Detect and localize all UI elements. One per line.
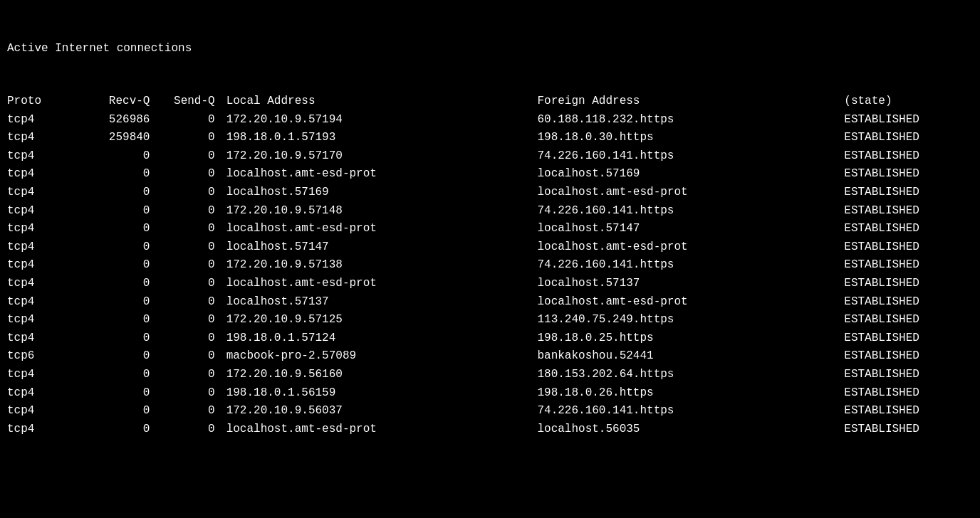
cell-state: ESTABLISHED: [844, 147, 973, 166]
table-row: tcp400localhost.amt-esd-protlocalhost.56…: [7, 421, 973, 439]
cell-local: 172.20.10.9.57170: [221, 147, 538, 166]
col-header-local: Local Address: [221, 92, 538, 111]
cell-state: ESTABLISHED: [844, 111, 973, 130]
cell-proto: tcp4: [7, 184, 66, 202]
cell-sendq: 0: [155, 202, 220, 221]
cell-sendq: 0: [155, 329, 220, 348]
cell-foreign: localhost.57147: [537, 220, 844, 238]
cell-local: localhost.57169: [221, 184, 538, 202]
table-row: tcp400localhost.amt-esd-protlocalhost.57…: [7, 275, 973, 293]
cell-sendq: 0: [155, 111, 220, 130]
table-row: tcp400198.18.0.1.56159198.18.0.26.httpsE…: [7, 384, 973, 403]
cell-sendq: 0: [155, 147, 220, 166]
cell-recvq: 0: [66, 311, 155, 329]
cell-state: ESTABLISHED: [844, 347, 973, 366]
cell-sendq: 0: [155, 129, 220, 147]
cell-state: ESTABLISHED: [844, 293, 973, 312]
table-row: tcp400localhost.amt-esd-protlocalhost.57…: [7, 165, 973, 184]
cell-foreign: localhost.amt-esd-prot: [537, 238, 844, 257]
cell-proto: tcp4: [7, 384, 66, 403]
cell-state: ESTABLISHED: [844, 202, 973, 221]
cell-sendq: 0: [155, 347, 220, 366]
cell-state: ESTABLISHED: [844, 275, 973, 293]
cell-recvq: 0: [66, 165, 155, 184]
cell-state: ESTABLISHED: [844, 129, 973, 147]
cell-foreign: 113.240.75.249.https: [537, 311, 844, 329]
cell-recvq: 0: [66, 366, 155, 384]
cell-proto: tcp4: [7, 366, 66, 384]
cell-local: 198.18.0.1.57124: [221, 329, 538, 348]
cell-proto: tcp4: [7, 256, 66, 275]
cell-foreign: 74.226.160.141.https: [537, 202, 844, 221]
cell-recvq: 0: [66, 329, 155, 348]
cell-foreign: 198.18.0.30.https: [537, 129, 844, 147]
table-row: tcp45269860172.20.10.9.5719460.188.118.2…: [7, 111, 973, 130]
cell-local: 198.18.0.1.56159: [221, 384, 538, 403]
cell-foreign: 74.226.160.141.https: [537, 256, 844, 275]
cell-proto: tcp4: [7, 147, 66, 166]
cell-foreign: localhost.amt-esd-prot: [537, 184, 844, 202]
table-row: tcp400172.20.10.9.57125113.240.75.249.ht…: [7, 311, 973, 329]
cell-local: 172.20.10.9.57148: [221, 202, 538, 221]
cell-local: localhost.amt-esd-prot: [221, 421, 538, 439]
cell-recvq: 0: [66, 238, 155, 257]
cell-local: localhost.amt-esd-prot: [221, 220, 538, 238]
cell-sendq: 0: [155, 293, 220, 312]
col-header-foreign: Foreign Address: [537, 92, 844, 111]
cell-proto: tcp4: [7, 402, 66, 421]
cell-local: localhost.amt-esd-prot: [221, 275, 538, 293]
cell-local: localhost.57137: [221, 293, 538, 312]
cell-state: ESTABLISHED: [844, 220, 973, 238]
cell-recvq: 0: [66, 220, 155, 238]
cell-recvq: 0: [66, 293, 155, 312]
cell-recvq: 0: [66, 347, 155, 366]
cell-state: ESTABLISHED: [844, 311, 973, 329]
table-row: tcp400172.20.10.9.56160180.153.202.64.ht…: [7, 366, 973, 384]
cell-foreign: 180.153.202.64.https: [537, 366, 844, 384]
cell-recvq: 259840: [66, 129, 155, 147]
cell-sendq: 0: [155, 165, 220, 184]
table-row: tcp400172.20.10.9.5603774.226.160.141.ht…: [7, 402, 973, 421]
cell-proto: tcp4: [7, 220, 66, 238]
cell-local: 172.20.10.9.56160: [221, 366, 538, 384]
cell-sendq: 0: [155, 384, 220, 403]
table-row: tcp400172.20.10.9.5713874.226.160.141.ht…: [7, 256, 973, 275]
cell-foreign: localhost.amt-esd-prot: [537, 293, 844, 312]
col-header-recvq: Recv-Q: [66, 92, 155, 111]
cell-sendq: 0: [155, 311, 220, 329]
cell-foreign: bankakoshou.52441: [537, 347, 844, 366]
cell-proto: tcp4: [7, 329, 66, 348]
cell-foreign: 60.188.118.232.https: [537, 111, 844, 130]
cell-local: macbook-pro-2.57089: [221, 347, 538, 366]
cell-proto: tcp4: [7, 275, 66, 293]
col-header-sendq: Send-Q: [155, 92, 220, 111]
cell-local: localhost.57147: [221, 238, 538, 257]
cell-proto: tcp4: [7, 311, 66, 329]
cell-recvq: 0: [66, 202, 155, 221]
cell-state: ESTABLISHED: [844, 402, 973, 421]
table-row: tcp400localhost.amt-esd-protlocalhost.57…: [7, 220, 973, 238]
cell-state: ESTABLISHED: [844, 238, 973, 257]
table-row: tcp400localhost.57169localhost.amt-esd-p…: [7, 184, 973, 202]
cell-recvq: 0: [66, 402, 155, 421]
cell-sendq: 0: [155, 366, 220, 384]
table-header-row: Proto Recv-Q Send-Q Local Address Foreig…: [7, 92, 973, 111]
cell-recvq: 0: [66, 421, 155, 439]
cell-local: 172.20.10.9.56037: [221, 402, 538, 421]
cell-sendq: 0: [155, 421, 220, 439]
cell-sendq: 0: [155, 220, 220, 238]
cell-proto: tcp4: [7, 421, 66, 439]
col-header-state: (state): [844, 92, 973, 111]
cell-state: ESTABLISHED: [844, 256, 973, 275]
cell-proto: tcp4: [7, 238, 66, 257]
cell-state: ESTABLISHED: [844, 165, 973, 184]
cell-local: 172.20.10.9.57138: [221, 256, 538, 275]
cell-foreign: localhost.56035: [537, 421, 844, 439]
cell-state: ESTABLISHED: [844, 421, 973, 439]
cell-proto: tcp4: [7, 202, 66, 221]
table-row: tcp42598400198.18.0.1.57193198.18.0.30.h…: [7, 129, 973, 147]
table-row: tcp400localhost.57137localhost.amt-esd-p…: [7, 293, 973, 312]
cell-proto: tcp4: [7, 165, 66, 184]
table-row: tcp400172.20.10.9.5714874.226.160.141.ht…: [7, 202, 973, 221]
cell-state: ESTABLISHED: [844, 329, 973, 348]
